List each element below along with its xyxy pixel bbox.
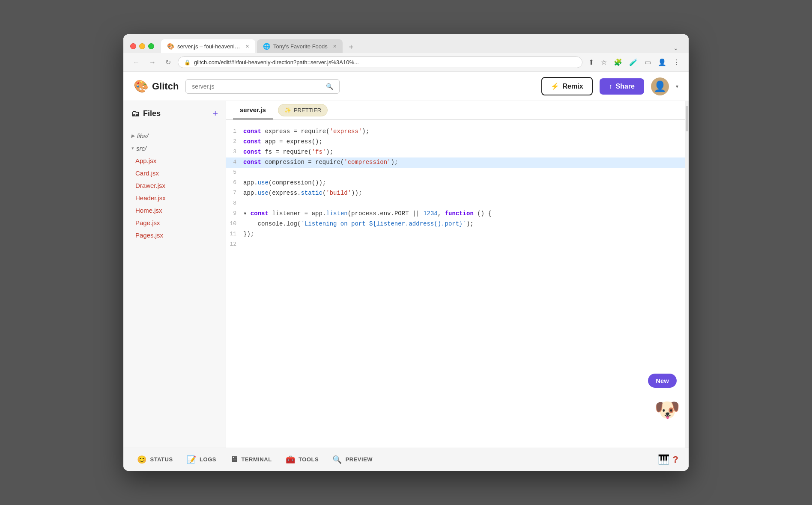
back-button[interactable]: ← [130,57,142,68]
minimize-button[interactable] [139,43,145,49]
code-line-4: 4 const compression = require('compressi… [226,157,689,168]
lock-icon: 🔒 [184,59,191,65]
code-line-11: 11 }); [226,229,689,240]
code-line-10: 10 console.log(`Listening on port ${list… [226,219,689,229]
preview-icon: 🔍 [332,455,342,464]
remix-button[interactable]: ⚡ Remix [541,77,593,95]
sidebar-header: 🗂 Files + [123,101,226,126]
file-home-jsx[interactable]: Home.jsx [123,204,226,217]
maximize-button[interactable] [148,43,154,49]
line-content-9: ▾ const listener = app.listen(process.en… [243,209,689,219]
remix-icon: ⚡ [551,82,559,90]
line-content-1: const express = require('express'); [243,127,689,137]
line-num-9: 9 [226,209,243,218]
code-line-9: 9 ▾ const listener = app.listen(process.… [226,209,689,219]
prettier-button[interactable]: ✨ PRETTIER [278,104,328,116]
line-content-7: app.use(express.static('build')); [243,188,689,199]
code-line-12: 12 [226,240,689,250]
code-line-6: 6 app.use(compression()); [226,178,689,188]
code-line-1: 1 const express = require('express'); [226,127,689,137]
code-tab-server-js[interactable]: server.js [233,101,273,119]
line-content-11: }); [243,229,689,240]
tab-close-1[interactable]: ✕ [245,44,249,49]
line-num-3: 3 [226,147,243,157]
folder-src[interactable]: ▾ src/ [123,142,226,154]
scrollbar-thumb[interactable] [686,106,688,131]
search-icon: 🔍 [326,83,333,90]
preview-label: PREVIEW [346,456,373,463]
reload-button[interactable]: ↻ [163,56,173,68]
line-content-3: const fs = require('fs'); [243,147,689,157]
forward-button[interactable]: → [146,57,158,68]
avatar-chevron[interactable]: ▾ [676,83,678,89]
code-editor[interactable]: 1 const express = require('express'); 2 … [226,120,689,448]
sidebar-toggle[interactable]: ▭ [643,56,653,68]
file-drawer-jsx[interactable]: Drawer.jsx [123,179,226,192]
new-badge[interactable]: New [648,374,677,388]
add-file-button[interactable]: + [212,108,218,119]
line-num-7: 7 [226,188,243,198]
search-input[interactable] [192,83,322,90]
share-icon: ↑ [609,83,612,90]
glitch-logo[interactable]: 🎨 Glitch [134,79,179,93]
preview-button[interactable]: 🔍 PREVIEW [325,452,379,468]
mascot: 🐶 [654,398,680,422]
tab-tonys-foods[interactable]: 🌐 Tony's Favorite Foods ✕ [257,39,343,53]
tab-close-2[interactable]: ✕ [333,44,337,49]
file-header-jsx[interactable]: Header.jsx [123,192,226,204]
chevron-down-icon: ▾ [131,146,134,151]
tab-favicon-2: 🌐 [263,43,270,50]
line-num-1: 1 [226,127,243,136]
nav-actions: ⬆ ☆ 🧩 🧪 ▭ 👤 ⋮ [587,56,682,68]
file-page-jsx[interactable]: Page.jsx [123,217,226,229]
title-bar: 🎨 server.js – foul-heavenly-direc ✕ 🌐 To… [123,34,689,53]
close-button[interactable] [130,43,136,49]
scrollbar[interactable] [685,101,689,448]
browser-window: 🎨 server.js – foul-heavenly-direc ✕ 🌐 To… [123,34,689,471]
sidebar-files: ▶ libs/ ▾ src/ App.jsx Card.jsx Drawer.j… [123,126,226,448]
menu-button[interactable]: ⋮ [672,56,682,68]
sidebar-title-text: Files [143,109,161,118]
line-num-8: 8 [226,199,243,208]
traffic-lights [130,43,154,49]
share-button[interactable]: ↑ Share [600,78,644,95]
file-pages-jsx[interactable]: Pages.jsx [123,229,226,241]
tab-server-js[interactable]: 🎨 server.js – foul-heavenly-direc ✕ [161,39,255,53]
file-app-jsx[interactable]: App.jsx [123,154,226,167]
prettier-icon: ✨ [284,107,291,113]
tabs-chevron[interactable]: ⌄ [670,43,682,53]
logs-button[interactable]: 📝 LOGS [180,452,223,468]
main-content: 🗂 Files + ▶ libs/ ▾ src/ App.jsx Card.j [123,101,689,448]
status-button[interactable]: 😊 STATUS [130,452,180,468]
logs-label: LOGS [200,456,216,463]
sidebar: 🗂 Files + ▶ libs/ ▾ src/ App.jsx Card.j [123,101,226,448]
line-content-10: console.log(`Listening on port ${listene… [243,219,689,229]
file-card-jsx[interactable]: Card.jsx [123,167,226,179]
prettier-label: PRETTIER [294,107,321,113]
line-num-12: 12 [226,240,243,249]
folder-libs-label: libs/ [137,132,149,140]
tools-button[interactable]: 🧰 TOOLS [279,452,326,468]
piano-icon[interactable]: 🎹 [658,454,669,465]
extensions-button[interactable]: 🧩 [612,56,624,68]
help-button[interactable]: ? [669,452,682,467]
address-bar[interactable]: 🔒 glitch.com/edit/#!/foul-heavenly-direc… [178,56,582,68]
code-line-5: 5 [226,168,689,178]
new-tab-button[interactable]: + [344,41,358,53]
url-text: glitch.com/edit/#!/foul-heavenly-directi… [194,59,576,65]
logs-icon: 📝 [187,455,197,464]
folder-libs[interactable]: ▶ libs/ [123,130,226,142]
file-search[interactable]: 🔍 [185,79,340,94]
profile-button[interactable]: 👤 [656,56,668,68]
line-num-6: 6 [226,178,243,187]
bookmark-button[interactable]: ☆ [599,56,609,68]
tools-label: TOOLS [299,456,319,463]
line-content-6: app.use(compression()); [243,178,689,188]
line-num-5: 5 [226,168,243,177]
lab-button[interactable]: 🧪 [627,56,639,68]
share-page-button[interactable]: ⬆ [587,56,596,68]
nav-bar: ← → ↻ 🔒 glitch.com/edit/#!/foul-heavenly… [123,53,689,72]
tab-title-1: server.js – foul-heavenly-direc [177,43,240,50]
glitch-logo-text: Glitch [152,81,179,92]
terminal-button[interactable]: 🖥 TERMINAL [223,452,279,467]
